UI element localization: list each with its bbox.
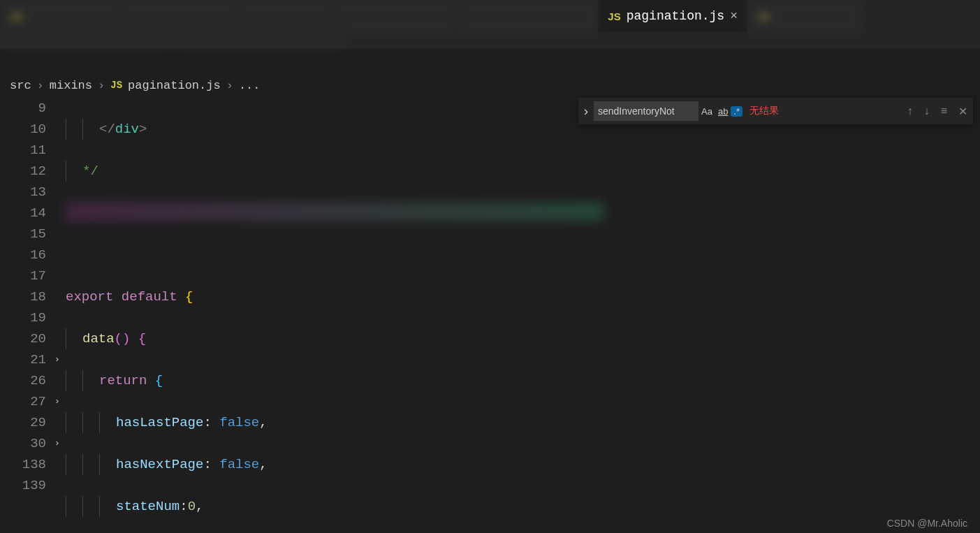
code-text: export (66, 289, 113, 305)
breadcrumb-src[interactable]: src (10, 79, 31, 92)
find-widget: › Aa ab .* 无结果 ↑ ↓ ≡ ✕ (578, 98, 973, 124)
code-text: { (138, 331, 146, 346)
line-number: 21 (0, 349, 46, 370)
chevron-right-icon: › (37, 79, 44, 92)
js-icon: JS (110, 80, 122, 91)
js-icon: JS (608, 10, 620, 22)
line-number: 26 (0, 370, 46, 391)
fold-chevron-icon[interactable]: › (49, 391, 66, 412)
line-number: 19 (0, 307, 46, 328)
find-in-selection-icon[interactable]: ≡ (935, 105, 953, 117)
code-text: false (219, 415, 259, 430)
tab-blur-7[interactable] (0, 34, 173, 49)
code-text: , (259, 415, 267, 430)
find-result: 无结果 (749, 105, 779, 117)
breadcrumb-tail[interactable]: ... (239, 79, 261, 92)
breadcrumb-mixins[interactable]: mixins (50, 79, 92, 92)
next-match-icon[interactable]: ↓ (919, 105, 935, 117)
tab-blur-3[interactable] (239, 0, 335, 32)
line-number: 11 (0, 140, 46, 161)
fold-gutter: › › › (49, 98, 66, 496)
code-text: > (139, 122, 147, 137)
tab-blur-5[interactable] (460, 0, 598, 32)
watermark: CSDN @Mr.Aholic (887, 518, 967, 529)
line-number: 13 (0, 182, 46, 203)
close-icon[interactable]: × (730, 9, 738, 23)
code-text: , (196, 499, 203, 514)
fold-chevron-icon[interactable]: › (49, 349, 66, 370)
close-find-icon[interactable]: ✕ (953, 105, 973, 118)
code-text: () (115, 331, 131, 346)
code-text: default (122, 289, 177, 305)
line-number: 138 (0, 454, 46, 475)
tab-blur-4[interactable] (335, 0, 460, 32)
code-text: , (259, 457, 267, 472)
code-text: { (155, 373, 163, 388)
code-text: false (219, 457, 259, 472)
code-text: hasLastPage (116, 415, 203, 430)
breadcrumb-file[interactable]: pagination.js (128, 79, 221, 92)
tab-blur-6[interactable]: JS (747, 0, 862, 32)
line-number: 17 (0, 265, 46, 286)
code-text: </ (99, 122, 115, 137)
line-gutter: 9 10 11 12 13 14 15 16 17 18 19 20 21 26… (0, 98, 49, 496)
tab-bar: JS JS pagination.js × JS (0, 0, 980, 49)
code-area[interactable]: </div> */ export default { data() { retu… (66, 98, 980, 533)
match-case-toggle[interactable]: Aa (699, 106, 715, 117)
tab-blur-8[interactable] (173, 34, 346, 49)
fold-chevron-icon[interactable]: › (49, 433, 66, 454)
tab-label: pagination.js (627, 9, 724, 23)
line-number: 139 (0, 475, 46, 496)
tab-blur-1[interactable]: JS (0, 0, 122, 32)
code-text: : (180, 499, 187, 514)
code-text: : (203, 415, 211, 430)
code-text: */ (82, 163, 98, 179)
code-text: return (99, 373, 147, 388)
line-number: 15 (0, 224, 46, 244)
chevron-right-icon: › (98, 79, 105, 92)
line-number: 14 (0, 203, 46, 224)
line-number: 27 (0, 391, 46, 412)
prev-match-icon[interactable]: ↑ (902, 105, 919, 117)
expand-replace-icon[interactable]: › (578, 103, 594, 119)
line-number: 9 (0, 98, 46, 119)
breadcrumb: src › mixins › JS pagination.js › ... (0, 73, 980, 98)
code-text: { (185, 289, 193, 305)
find-input[interactable] (594, 101, 699, 121)
code-text: 0 (188, 499, 196, 514)
tab-active[interactable]: JS pagination.js × (598, 0, 747, 32)
line-number: 16 (0, 244, 46, 265)
code-text: : (203, 457, 211, 472)
regex-toggle[interactable]: .* (731, 106, 743, 117)
line-number: 30 (0, 433, 46, 454)
tab-blur-2[interactable] (122, 0, 239, 32)
line-number: 10 (0, 119, 46, 140)
line-number: 12 (0, 161, 46, 182)
code-text: hasNextPage (116, 457, 203, 472)
line-number: 18 (0, 286, 46, 307)
line-number: 20 (0, 328, 46, 349)
code-text: data (82, 331, 115, 346)
code-text: div (115, 122, 139, 137)
match-word-toggle[interactable]: ab (715, 106, 731, 117)
chevron-right-icon: › (226, 79, 233, 92)
code-text: stateNum (116, 499, 180, 514)
line-number: 29 (0, 412, 46, 433)
